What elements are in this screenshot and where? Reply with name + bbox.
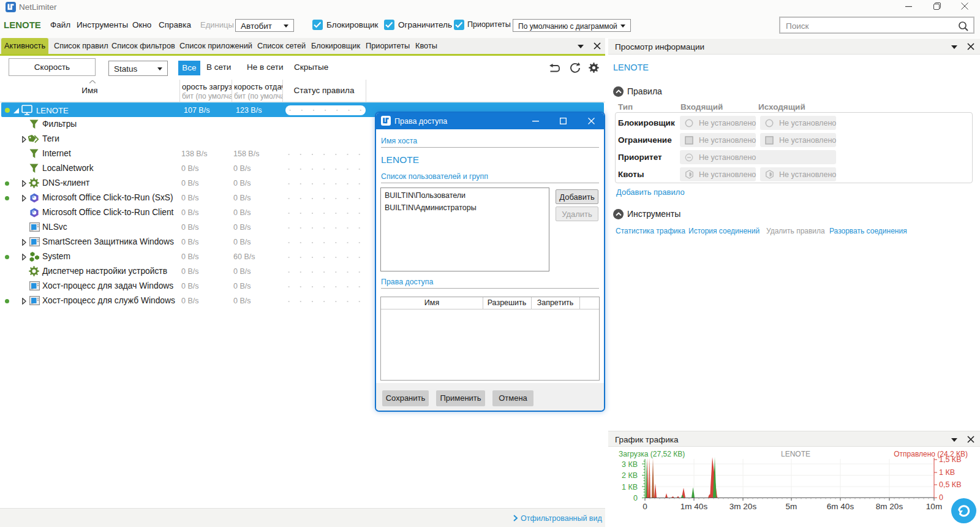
svg-text:8m 20s: 8m 20s <box>876 502 903 511</box>
svg-text:0: 0 <box>939 493 943 502</box>
svg-text:5m: 5m <box>786 502 797 511</box>
svg-text:1m 40s: 1m 40s <box>680 502 708 511</box>
svg-text:2 КВ: 2 КВ <box>622 471 638 480</box>
svg-text:1,5 КВ: 1,5 КВ <box>939 457 961 464</box>
svg-text:6m 40s: 6m 40s <box>827 502 854 511</box>
svg-text:0,5 КВ: 0,5 КВ <box>939 480 961 489</box>
svg-text:1 КВ: 1 КВ <box>622 483 638 491</box>
svg-text:10m: 10m <box>926 502 942 511</box>
svg-text:0: 0 <box>643 502 647 511</box>
svg-text:1 КВ: 1 КВ <box>939 468 955 477</box>
svg-text:0: 0 <box>633 494 638 502</box>
svg-text:3 КВ: 3 КВ <box>622 460 638 469</box>
svg-text:3m 20s: 3m 20s <box>729 502 757 511</box>
